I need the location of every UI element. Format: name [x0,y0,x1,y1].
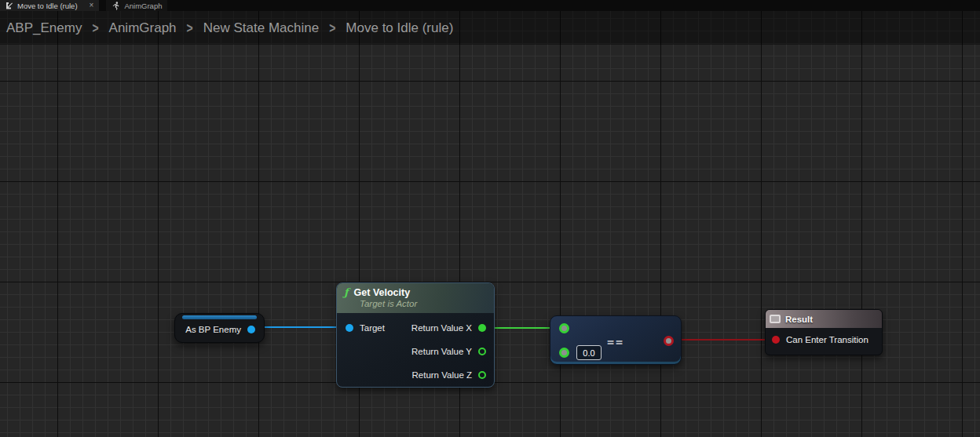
function-icon: ƒ [344,286,349,298]
can-enter-transition-label: Can Enter Transition [786,335,868,344]
return-value-y-label: Return Value Y [411,347,472,356]
chevron-right-icon: > [187,20,193,36]
running-person-icon [112,2,120,10]
return-value-x-pin[interactable] [478,324,486,332]
node-title: Get Velocity [354,287,411,298]
transition-rule-icon [5,2,13,9]
can-enter-transition-pin[interactable] [772,336,780,344]
chevron-right-icon: > [329,20,335,36]
node-as-bp-enemy[interactable]: As BP Enemy [174,313,265,343]
node-title: Result [785,315,813,324]
node-result[interactable]: Result Can Enter Transition [765,309,883,355]
close-icon[interactable]: × [90,2,94,9]
breadcrumb-item-abp-enemy[interactable]: ABP_Enemy [6,20,82,36]
wire-bool-equals-to-result[interactable] [673,339,773,340]
node-header: ƒ Get Velocity Target is Actor [337,283,494,313]
breadcrumb-item-move-to-idle-rule[interactable]: Move to Idle (rule) [346,20,453,36]
breadcrumb: ABP_Enemy > AnimGraph > New State Machin… [0,11,980,45]
return-value-y-pin[interactable] [478,348,486,355]
result-node-icon [770,315,781,323]
equals-output-pin[interactable] [664,336,674,346]
chevron-right-icon: > [92,20,98,36]
return-value-x-label: Return Value X [411,323,472,333]
return-value-z-label: Return Value Z [412,370,473,380]
equals-operator-label: == [550,335,681,349]
breadcrumb-item-new-state-machine[interactable]: New State Machine [203,20,319,36]
wire-object-as-bp-enemy-to-target[interactable] [256,326,346,328]
as-bp-enemy-output-pin[interactable] [247,326,255,333]
blueprint-transition-graph-editor: Move to Idle (rule) × AnimGraph ABP_Enem… [0,0,980,437]
tab-label: Move to Idle (rule) [17,2,78,10]
variable-label: As BP Enemy [185,325,241,334]
node-get-velocity[interactable]: ƒ Get Velocity Target is Actor Target Re… [336,282,495,388]
node-subtitle: Target is Actor [360,299,488,308]
node-header: Result [766,310,882,328]
target-pin-label: Target [360,323,385,333]
equals-input-a-pin[interactable] [559,323,569,333]
variable-type-strip [182,315,257,319]
tab-move-to-idle-rule[interactable]: Move to Idle (rule) × [0,0,99,11]
node-equals[interactable]: == [550,315,682,365]
tab-bar: Move to Idle (rule) × AnimGraph [0,0,980,11]
tab-animgraph[interactable]: AnimGraph [106,0,167,11]
tab-label: AnimGraph [124,2,162,10]
target-pin[interactable] [346,324,353,332]
return-value-z-pin[interactable] [478,371,486,379]
breadcrumb-item-animgraph[interactable]: AnimGraph [109,20,177,36]
